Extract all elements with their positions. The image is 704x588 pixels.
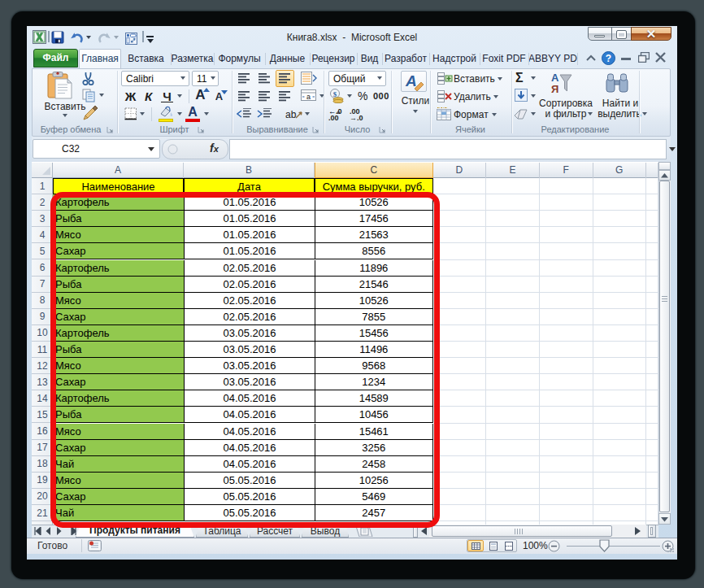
svg-text:.00: .00 [328,114,339,121]
svg-text:Я: Я [551,83,558,94]
svg-text:ab: ab [285,109,297,120]
svg-text:А: А [551,72,559,84]
svg-text:a: a [306,93,311,101]
svg-text:$: $ [333,90,337,98]
svg-text:?: ? [606,53,611,64]
svg-text:→.0: →.0 [350,114,363,121]
